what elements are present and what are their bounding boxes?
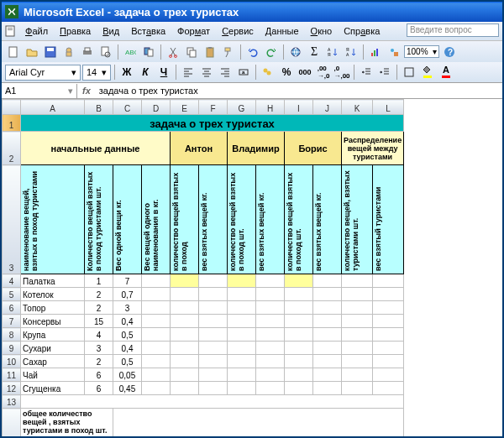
cell[interactable] (342, 368, 373, 382)
table-row[interactable]: 7Консервы150,4 (3, 315, 404, 328)
cell[interactable] (342, 342, 373, 355)
column-headers[interactable]: A B C D E F G H I J K L (3, 100, 404, 115)
cell[interactable] (285, 274, 313, 288)
cell[interactable] (142, 301, 171, 315)
cell[interactable] (285, 315, 313, 328)
cell[interactable]: 3 (85, 342, 113, 355)
cell[interactable]: 15 (85, 315, 113, 328)
cell[interactable]: 0,7 (113, 288, 142, 301)
align-left-button[interactable] (180, 64, 197, 81)
cell[interactable] (313, 274, 342, 288)
zoom-combo[interactable]: 100%▾ (404, 45, 439, 58)
table-row[interactable]: 5Котелок20,7 (3, 288, 404, 301)
cell[interactable]: Антон (171, 132, 228, 165)
cell[interactable] (199, 274, 228, 288)
cell[interactable] (342, 301, 373, 315)
cell[interactable]: вес взятых вещей кг. (313, 165, 342, 274)
cell[interactable] (256, 288, 285, 301)
decrease-decimal-button[interactable]: ,0→,00 (333, 64, 350, 81)
cell[interactable] (373, 274, 404, 288)
cell[interactable]: 7 (113, 274, 142, 288)
col-header[interactable]: H (256, 100, 285, 115)
cell[interactable] (313, 315, 342, 328)
research-button[interactable] (140, 44, 157, 60)
cell[interactable] (342, 274, 373, 288)
cell[interactable]: начальные данные (21, 132, 171, 165)
cell[interactable] (228, 301, 256, 315)
increase-indent-button[interactable] (376, 64, 393, 81)
cell[interactable] (142, 288, 171, 301)
chart-wizard-button[interactable] (367, 44, 384, 60)
cell[interactable]: Палатка (21, 274, 85, 288)
table-row[interactable]: 14общее количество вещей , взятых турист… (3, 409, 404, 437)
table-row[interactable]: 13 (3, 395, 404, 409)
borders-button[interactable] (401, 64, 417, 81)
cell[interactable] (285, 355, 313, 368)
cell[interactable]: 0,5 (113, 328, 142, 342)
cell[interactable]: Вес вещей одного наименования в кг. (142, 165, 171, 274)
cell[interactable]: 0,5 (113, 355, 142, 368)
cell[interactable] (142, 382, 171, 395)
cell[interactable] (256, 301, 285, 315)
cell[interactable]: 2 (85, 301, 113, 315)
cell[interactable] (171, 315, 199, 328)
table-row[interactable]: 12Сгущенка60,45 (3, 382, 404, 395)
cell[interactable]: Котелок (21, 288, 85, 301)
cell[interactable] (142, 355, 171, 368)
cell[interactable] (228, 342, 256, 355)
italic-button[interactable]: К (137, 64, 154, 81)
cell[interactable] (313, 342, 342, 355)
cell[interactable] (171, 382, 199, 395)
cell[interactable] (373, 315, 404, 328)
cell[interactable]: вес взятых вещей кг. (256, 165, 285, 274)
menu-edit[interactable]: Правка (55, 24, 96, 38)
cell[interactable] (171, 342, 199, 355)
select-all-corner[interactable] (3, 100, 21, 115)
increase-decimal-button[interactable]: ,00→,0 (315, 64, 332, 81)
save-button[interactable] (42, 44, 59, 60)
table-row[interactable]: 8Крупа40,5 (3, 328, 404, 342)
cell[interactable] (342, 315, 373, 328)
paste-button[interactable] (202, 44, 218, 60)
table-row[interactable]: 10Сахар20,5 (3, 355, 404, 368)
hyperlink-button[interactable] (287, 44, 304, 60)
cell[interactable] (228, 315, 256, 328)
cell[interactable] (142, 274, 171, 288)
cell[interactable]: Сухари (21, 342, 85, 355)
cell[interactable]: количество вещей взятых в поход (171, 165, 199, 274)
cell[interactable] (373, 355, 404, 368)
col-header[interactable]: I (285, 100, 313, 115)
cell[interactable] (285, 328, 313, 342)
col-header[interactable]: E (171, 100, 199, 115)
cell[interactable] (373, 342, 404, 355)
cell[interactable] (199, 342, 228, 355)
cell[interactable]: Топор (21, 301, 85, 315)
col-header[interactable]: F (199, 100, 228, 115)
cell[interactable] (113, 409, 404, 437)
cell[interactable] (171, 355, 199, 368)
cell[interactable] (256, 274, 285, 288)
cell[interactable] (313, 382, 342, 395)
cell[interactable] (199, 315, 228, 328)
new-button[interactable] (5, 44, 22, 60)
cell[interactable] (142, 328, 171, 342)
cell[interactable] (171, 301, 199, 315)
format-painter-button[interactable] (220, 44, 237, 60)
bold-button[interactable]: Ж (118, 64, 135, 81)
cell[interactable]: Чай (21, 368, 85, 382)
cell[interactable] (228, 274, 256, 288)
col-header[interactable]: K (342, 100, 373, 115)
formula-input[interactable]: задача о трех туристах (96, 84, 502, 97)
cell[interactable] (285, 382, 313, 395)
col-header[interactable]: G (228, 100, 256, 115)
cell[interactable]: 6 (85, 382, 113, 395)
cell[interactable]: 3 (113, 301, 142, 315)
font-size-combo[interactable]: 14▾ (82, 65, 111, 81)
help-search-box[interactable]: Введите вопрос (407, 23, 499, 37)
cell[interactable] (171, 328, 199, 342)
font-color-button[interactable]: A (438, 64, 454, 81)
menu-view[interactable]: Вид (97, 24, 124, 38)
menu-tools[interactable]: Сервис (217, 24, 259, 38)
cell[interactable] (285, 288, 313, 301)
table-row[interactable]: 9Сухари30,4 (3, 342, 404, 355)
